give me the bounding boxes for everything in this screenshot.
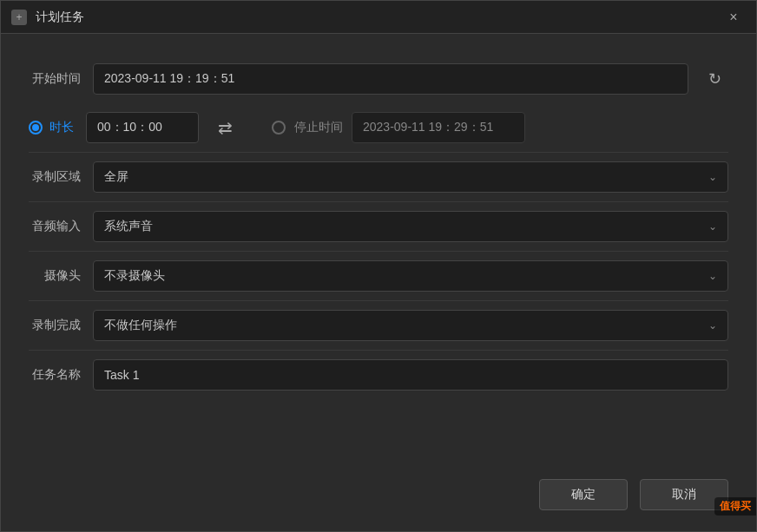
record-area-chevron-icon: ⌄ (708, 171, 717, 183)
close-button[interactable]: × (721, 5, 746, 30)
refresh-button[interactable]: ↻ (701, 65, 728, 93)
duration-row: 时长 ⇄ 停止时间 2023-09-11 19：29：51 (29, 103, 728, 152)
footer: 确定 取消 (1, 465, 756, 531)
refresh-icon: ↻ (708, 69, 721, 89)
duration-input[interactable] (86, 112, 199, 143)
audio-input-chevron-icon: ⌄ (708, 220, 717, 233)
record-area-row: 录制区域 全屏 ⌄ (29, 153, 728, 201)
stop-time-group: 停止时间 2023-09-11 19：29：51 (272, 112, 525, 143)
audio-input-value: 系统声音 (104, 219, 153, 234)
stop-time-value: 2023-09-11 19：29：51 (352, 112, 525, 143)
record-area-label: 录制区域 (29, 169, 81, 185)
record-area-select[interactable]: 全屏 ⌄ (93, 161, 728, 193)
swap-button[interactable]: ⇄ (211, 114, 239, 141)
camera-chevron-icon: ⌄ (708, 270, 717, 282)
task-name-label: 任务名称 (29, 367, 81, 383)
stop-time-label: 停止时间 (294, 120, 343, 135)
dialog-container: + 计划任务 × 开始时间 ↻ 时长 ⇄ (0, 0, 757, 532)
duration-label: 时长 (49, 120, 74, 135)
camera-label: 摄像头 (29, 268, 81, 284)
dialog-title: 计划任务 (36, 10, 721, 25)
camera-row: 摄像头 不录摄像头 ⌄ (29, 252, 728, 300)
task-name-row: 任务名称 (29, 351, 728, 399)
on-complete-row: 录制完成 不做任何操作 ⌄ (29, 301, 728, 350)
start-time-input[interactable] (93, 63, 688, 95)
on-complete-select[interactable]: 不做任何操作 ⌄ (93, 310, 728, 341)
duration-radio-dot[interactable] (29, 121, 43, 135)
audio-input-label: 音频输入 (29, 219, 81, 234)
on-complete-chevron-icon: ⌄ (708, 319, 717, 332)
swap-icon: ⇄ (218, 117, 233, 138)
duration-radio[interactable]: 时长 (29, 120, 74, 135)
audio-input-select[interactable]: 系统声音 ⌄ (93, 211, 728, 242)
title-bar-icon: + (11, 10, 27, 25)
title-bar: + 计划任务 × (1, 1, 756, 34)
camera-value: 不录摄像头 (104, 268, 165, 284)
audio-input-row: 音频输入 系统声音 ⌄ (29, 202, 728, 251)
camera-select[interactable]: 不录摄像头 ⌄ (93, 260, 728, 292)
start-time-row: 开始时间 ↻ (29, 55, 728, 103)
on-complete-value: 不做任何操作 (104, 318, 177, 333)
stop-time-radio-dot[interactable] (272, 121, 286, 135)
task-name-input[interactable] (93, 359, 728, 391)
cancel-button[interactable]: 取消 (640, 479, 728, 510)
on-complete-label: 录制完成 (29, 318, 81, 333)
record-area-value: 全屏 (104, 169, 128, 185)
start-time-label: 开始时间 (29, 71, 81, 87)
form-content: 开始时间 ↻ 时长 ⇄ 停止时间 2023-09-11 19：29：51 (1, 34, 756, 465)
confirm-button[interactable]: 确定 (539, 479, 628, 510)
